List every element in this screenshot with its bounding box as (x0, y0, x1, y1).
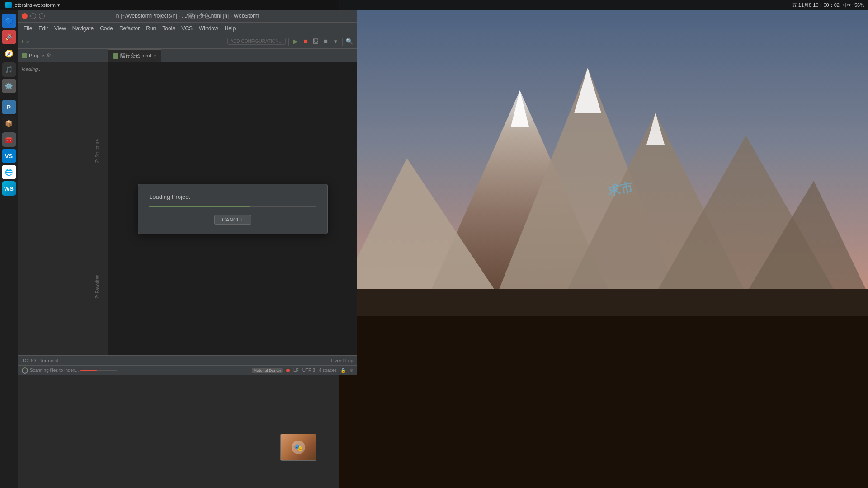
project-panel-header: Proj. × ⚙ — (18, 49, 108, 62)
macos-dock: 🔵 🚀 🧭 🎵 ⚙️ P 📦 🧰 VS 🌐 WS (0, 0, 18, 488)
add-configuration-button[interactable]: ADD CONFIGURATION... (227, 38, 286, 45)
status-bar-right: Material Darker LF UTF-8 4 spaces 🔒 ⚙ (252, 368, 354, 373)
menu-navigate[interactable]: Navigate (70, 24, 96, 33)
bottom-tab-todo[interactable]: TODO (22, 358, 36, 363)
thumbnail-char: 🎭 (292, 441, 305, 454)
run-icon[interactable]: ▶ (292, 38, 300, 46)
project-settings-icon[interactable]: ⚙ (47, 52, 51, 58)
dock-webstorm[interactable]: WS (2, 181, 16, 196)
dock-python[interactable]: P (2, 100, 16, 114)
dock-music[interactable]: 🎵 (2, 62, 16, 77)
toolbar-divider-1 (288, 38, 289, 46)
menu-edit[interactable]: Edit (36, 24, 51, 33)
loading-text: loading... (22, 66, 42, 72)
app-name-button[interactable]: jetbrains-webstorm ▾ (4, 1, 62, 9)
menu-help[interactable]: Help (222, 24, 239, 33)
dock-safari[interactable]: 🧭 (2, 46, 16, 61)
theme-color-dot (286, 369, 290, 372)
system-bar-right: 五 11月8 10：00：02 中▾ 56% (792, 2, 864, 9)
editor-area: 隔行变色.html × Loading Project CANCEL (108, 49, 357, 355)
mountain-svg (339, 0, 868, 488)
battery-display: 56% (854, 2, 864, 8)
menu-tools[interactable]: Tools (160, 24, 178, 33)
loading-bar (149, 206, 250, 207)
menu-refactor[interactable]: Refactor (117, 24, 142, 33)
dock-chrome[interactable]: 🌐 (2, 165, 16, 179)
indent-display[interactable]: 4 spaces (319, 368, 337, 373)
main-area: Proj. × ⚙ — loading... 隔行变色.html × (18, 49, 357, 355)
thumbnail-image: 🎭 (281, 434, 316, 460)
dock-vscode[interactable]: VS (2, 149, 16, 163)
breadcrumb-arrow: > (26, 39, 29, 44)
close-button[interactable] (22, 13, 28, 19)
thumbnail-preview: 🎭 (280, 434, 316, 461)
dock-amazon[interactable]: 📦 (2, 116, 16, 131)
minimize-button[interactable] (30, 13, 36, 19)
theme-badge[interactable]: Material Darker (252, 368, 283, 373)
tab-file-icon (113, 53, 118, 59)
project-close[interactable]: × (42, 53, 45, 58)
dock-launchpad[interactable]: 🚀 (2, 30, 16, 44)
title-bar: h [~/WebstormProjects/h] - .../隔行变色.html… (18, 10, 357, 23)
editor-content: Loading Project CANCEL (108, 62, 357, 355)
project-panel: Proj. × ⚙ — loading... (18, 49, 108, 355)
lock-icon: 🔒 (340, 368, 346, 373)
dock-toolbox[interactable]: 🧰 (2, 132, 16, 147)
toolbar-divider-2 (342, 38, 343, 46)
favorites-panel-label[interactable]: Z: Favorites (95, 275, 100, 299)
project-tree-loading: loading... (18, 64, 108, 74)
input-method-display: 中▾ (843, 2, 851, 9)
loading-bar-container (149, 206, 316, 207)
bottom-progress-bar (80, 370, 117, 371)
bottom-tab-event-log[interactable]: Event Log (331, 358, 354, 363)
maximize-button[interactable] (39, 13, 45, 19)
status-bar: Scanning files to index... Material Dark… (18, 365, 357, 375)
dock-sep1 (4, 97, 14, 97)
loading-dialog: Loading Project CANCEL (138, 184, 328, 234)
menu-window[interactable]: Window (196, 24, 221, 33)
project-icon (22, 53, 27, 58)
loading-overlay: Loading Project CANCEL (108, 62, 357, 355)
bottom-tab-terminal[interactable]: Terminal (40, 358, 59, 363)
tabs-bar: 隔行变色.html × (108, 49, 357, 62)
project-tree: loading... (18, 62, 108, 355)
search-everywhere-icon[interactable]: 🔍 (345, 38, 354, 46)
menu-bar: File Edit View Navigate Code Refactor Ru… (18, 23, 357, 34)
app-dropdown-arrow: ▾ (57, 2, 60, 8)
dock-finder[interactable]: 🔵 (2, 14, 16, 28)
stop-icon[interactable]: ⏹ (321, 38, 330, 46)
menu-vcs[interactable]: VCS (179, 24, 195, 33)
loading-dialog-title: Loading Project (149, 193, 316, 200)
coverage-icon[interactable]: ⛾ (311, 38, 320, 46)
system-bar: jetbrains-webstorm ▾ 五 11月8 10：00：02 中▾ … (0, 0, 868, 10)
run-dropdown-icon[interactable]: ▾ (331, 38, 340, 46)
line-ending-display[interactable]: LF (293, 368, 299, 373)
datetime-display: 五 11月8 10：00：02 (792, 2, 840, 9)
bottom-tabs: TODO Terminal Event Log (18, 355, 357, 365)
system-bar-left: jetbrains-webstorm ▾ (4, 1, 62, 9)
app-name-label: jetbrains-webstorm (14, 2, 56, 8)
menu-view[interactable]: View (52, 24, 69, 33)
menu-code[interactable]: Code (97, 24, 116, 33)
tab-label: 隔行变色.html (120, 52, 151, 59)
encoding-display[interactable]: UTF-8 (302, 368, 315, 373)
svg-rect-11 (339, 316, 868, 488)
settings-small-icon[interactable]: ⚙ (349, 368, 354, 373)
toolbar: h > ADD CONFIGURATION... ▶ ⏺ ⛾ ⏹ ▾ 🔍 (18, 34, 357, 49)
window-title: h [~/WebstormProjects/h] - .../隔行变色.html… (116, 12, 259, 20)
desktop-background: 求市 (339, 0, 868, 488)
progress-area: Scanning files to index... (22, 367, 248, 374)
project-tab-label[interactable]: Proj. (29, 53, 39, 58)
project-collapse-icon[interactable]: — (99, 53, 104, 58)
toolbar-run-icons: ▶ ⏺ ⛾ ⏹ ▾ (292, 38, 340, 46)
progress-spinner (22, 367, 28, 374)
menu-run[interactable]: Run (143, 24, 159, 33)
menu-file[interactable]: File (21, 24, 35, 33)
tab-html-file[interactable]: 隔行变色.html × (108, 49, 161, 62)
tab-close-button[interactable]: × (154, 53, 156, 58)
dock-settings[interactable]: ⚙️ (2, 79, 16, 93)
loading-cancel-button[interactable]: CANCEL (214, 215, 251, 225)
debug-icon[interactable]: ⏺ (302, 38, 310, 46)
bottom-progress-fill (80, 370, 97, 371)
structure-panel-label[interactable]: Z: Structure (95, 139, 100, 163)
